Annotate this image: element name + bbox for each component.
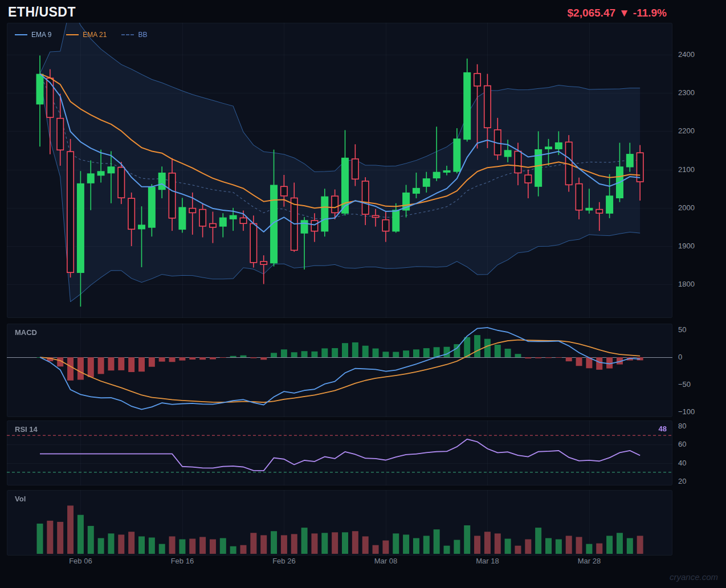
- macd-axis-tick: −100: [678, 407, 695, 416]
- price-axis-tick: 2400: [678, 50, 695, 59]
- price-axis-tick: 1900: [678, 242, 695, 250]
- price-chart-canvas[interactable]: [7, 23, 672, 318]
- price-ticker: $2,065.47▼-11.9%: [564, 7, 667, 19]
- date-axis-tick: Mar 28: [578, 557, 601, 565]
- price-axis-tick: 2100: [678, 165, 695, 174]
- macd-axis-tick: −50: [678, 380, 691, 389]
- rsi-chart-canvas[interactable]: [7, 420, 672, 485]
- price-axis-tick: 1800: [678, 280, 695, 288]
- chart-legend: EMA 9 EMA 21 BB: [15, 31, 155, 39]
- down-arrow-icon: ▼: [619, 7, 630, 19]
- watermark: cryance.com: [670, 572, 718, 582]
- macd-chart-canvas[interactable]: [7, 324, 672, 417]
- date-axis-tick: Mar 18: [476, 557, 499, 565]
- legend-label: EMA 21: [83, 31, 107, 39]
- last-price: $2,065.47: [568, 7, 616, 19]
- macd-axis-tick: 50: [678, 325, 686, 334]
- price-change-percent: -11.9%: [633, 7, 667, 19]
- macd-axis-tick: 0: [678, 353, 682, 361]
- legend-item-ema9[interactable]: EMA 9: [15, 31, 51, 39]
- date-axis-tick: Feb 06: [69, 557, 92, 565]
- date-axis-tick: Feb 26: [272, 557, 295, 565]
- macd-panel: MACD: [7, 324, 672, 417]
- date-axis-tick: Mar 08: [374, 557, 397, 565]
- bb-dashed-swatch: [121, 34, 134, 35]
- volume-panel-label: Vol: [15, 495, 26, 503]
- legend-item-bb[interactable]: BB: [121, 31, 147, 39]
- macd-panel-label: MACD: [15, 328, 37, 337]
- price-axis-tick: 2300: [678, 88, 695, 97]
- legend-item-ema21[interactable]: EMA 21: [66, 31, 107, 39]
- price-axis-tick: 2200: [678, 126, 695, 135]
- ema9-line-swatch: [15, 34, 27, 35]
- symbol-title: ETH/USDT: [8, 5, 76, 20]
- ema21-line-swatch: [66, 34, 79, 35]
- rsi-panel: RSI 14 48: [7, 420, 672, 485]
- rsi-axis-tick: 40: [678, 459, 686, 467]
- price-axis-tick: 2000: [678, 203, 695, 212]
- rsi-axis-tick: 60: [678, 440, 686, 448]
- volume-panel: Vol: [7, 490, 672, 556]
- trading-chart-app: ETH/USDT $2,065.47▼-11.9% EMA 9 EMA 21 B…: [0, 0, 726, 588]
- date-axis-tick: Feb 16: [171, 557, 194, 565]
- rsi-axis-tick: 80: [678, 422, 686, 430]
- rsi-panel-label: RSI 14: [15, 425, 38, 434]
- volume-chart-canvas[interactable]: [7, 490, 672, 556]
- rsi-axis-tick: 20: [678, 477, 686, 485]
- legend-label: EMA 9: [31, 31, 51, 39]
- legend-label: BB: [138, 31, 147, 39]
- price-panel: EMA 9 EMA 21 BB: [7, 23, 672, 318]
- rsi-current-value: 48: [659, 424, 667, 433]
